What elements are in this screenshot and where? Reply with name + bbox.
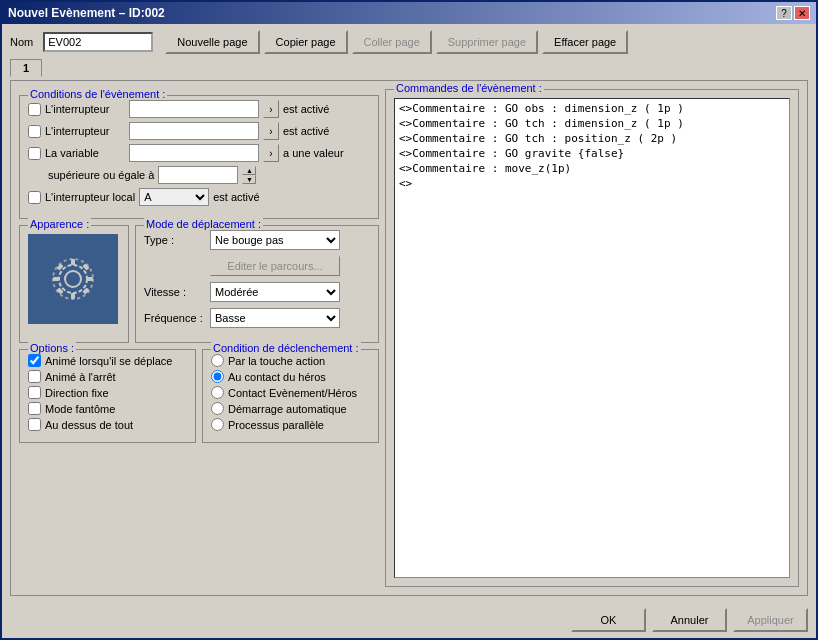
radio-row-1: Par la touche action bbox=[211, 354, 370, 367]
option-row-3: Direction fixe bbox=[28, 386, 187, 399]
apparence-group: Apparence : bbox=[19, 225, 129, 343]
interrupteur2-btn[interactable]: › bbox=[263, 122, 279, 140]
commands-title: Commandes de l'évènement : bbox=[394, 82, 544, 94]
svg-rect-6 bbox=[87, 277, 93, 281]
declenchement-group: Condition de déclenchement : Par la touc… bbox=[202, 349, 379, 443]
radio-row-5: Processus parallèle bbox=[211, 418, 370, 431]
appliquer-button[interactable]: Appliquer bbox=[733, 608, 808, 632]
nouvelle-page-button[interactable]: Nouvelle page bbox=[165, 30, 259, 54]
commands-group: Commandes de l'évènement : <>Commentaire… bbox=[385, 89, 799, 587]
title-bar: Nouvel Evènement – ID:002 ? ✕ bbox=[2, 2, 816, 24]
svg-point-1 bbox=[59, 265, 87, 293]
processus-parallele-label: Processus parallèle bbox=[228, 419, 324, 431]
direction-fixe-checkbox[interactable] bbox=[28, 386, 41, 399]
option-row-2: Animé à l'arrêt bbox=[28, 370, 187, 383]
local-checkbox[interactable] bbox=[28, 191, 41, 204]
type-select[interactable]: Ne bouge pas Aléatoire Vers le héros Par… bbox=[210, 230, 340, 250]
condition-row-3: La variable › a une valeur bbox=[28, 144, 370, 162]
sub-condition-row: supérieure ou égale à ▲ ▼ bbox=[28, 166, 370, 184]
variable-input[interactable] bbox=[129, 144, 259, 162]
supprimer-page-button[interactable]: Supprimer page bbox=[436, 30, 538, 54]
anime-deplacement-checkbox[interactable] bbox=[28, 354, 41, 367]
superieure-input[interactable] bbox=[158, 166, 238, 184]
interrupteur2-checkbox[interactable] bbox=[28, 125, 41, 138]
variable-label: La variable bbox=[45, 147, 125, 159]
interrupteur2-suffix: est activé bbox=[283, 125, 329, 137]
deplacement-group: Mode de déplacement : Type : Ne bouge pa… bbox=[135, 225, 379, 343]
frequence-select[interactable]: Très basse Basse Normale Haute Très haut… bbox=[210, 308, 340, 328]
commands-list[interactable]: <>Commentaire : GO obs : dimension_z ( 1… bbox=[394, 98, 790, 578]
option-row-5: Au dessus de tout bbox=[28, 418, 187, 431]
gear-icon bbox=[48, 254, 98, 304]
ok-button[interactable]: OK bbox=[571, 608, 646, 632]
demarrage-auto-radio[interactable] bbox=[211, 402, 224, 415]
frequence-label: Fréquence : bbox=[144, 312, 204, 324]
options-group: Options : Animé lorsqu'il se déplace Ani… bbox=[19, 349, 196, 443]
radio-row-2: Au contact du héros bbox=[211, 370, 370, 383]
touche-action-label: Par la touche action bbox=[228, 355, 325, 367]
interrupteur1-input[interactable] bbox=[129, 100, 259, 118]
copier-page-button[interactable]: Copier page bbox=[264, 30, 348, 54]
spinner-down[interactable]: ▼ bbox=[242, 175, 256, 184]
command-item-1[interactable]: <>Commentaire : GO obs : dimension_z ( 1… bbox=[397, 101, 787, 116]
au-dessus-label: Au dessus de tout bbox=[45, 419, 133, 431]
tab-1[interactable]: 1 bbox=[10, 59, 42, 77]
spinner-buttons: ▲ ▼ bbox=[242, 166, 256, 184]
bottom-options-row: Options : Animé lorsqu'il se déplace Ani… bbox=[19, 349, 379, 443]
footer-buttons: OK Annuler Appliquer bbox=[2, 602, 816, 638]
vitesse-select[interactable]: Très lente Lente Modérée Rapide Très rap… bbox=[210, 282, 340, 302]
declenchement-title: Condition de déclenchement : bbox=[211, 342, 361, 354]
effacer-page-button[interactable]: Effacer page bbox=[542, 30, 628, 54]
svg-rect-3 bbox=[71, 259, 75, 265]
local-label: L'interrupteur local bbox=[45, 191, 135, 203]
spinner-up[interactable]: ▲ bbox=[242, 166, 256, 175]
apparence-title: Apparence : bbox=[28, 218, 91, 230]
nom-label: Nom bbox=[10, 36, 33, 48]
au-dessus-checkbox[interactable] bbox=[28, 418, 41, 431]
local-select[interactable]: A B C bbox=[139, 188, 209, 206]
radio-row-4: Démarrage automatique bbox=[211, 402, 370, 415]
frequence-row: Fréquence : Très basse Basse Normale Hau… bbox=[144, 308, 370, 328]
type-row: Type : Ne bouge pas Aléatoire Vers le hé… bbox=[144, 230, 370, 250]
svg-rect-8 bbox=[82, 263, 89, 270]
anime-deplacement-label: Animé lorsqu'il se déplace bbox=[45, 355, 172, 367]
local-suffix: est activé bbox=[213, 191, 259, 203]
touche-action-radio[interactable] bbox=[211, 354, 224, 367]
contact-heros-label: Au contact du héros bbox=[228, 371, 326, 383]
left-panel: Conditions de l'évènement : L'interrupte… bbox=[19, 89, 379, 587]
conditions-group: Conditions de l'évènement : L'interrupte… bbox=[19, 95, 379, 219]
svg-rect-7 bbox=[56, 263, 63, 270]
contact-heros-radio[interactable] bbox=[211, 370, 224, 383]
anime-arret-checkbox[interactable] bbox=[28, 370, 41, 383]
command-item-5[interactable]: <>Commentaire : move_z(1p) bbox=[397, 161, 787, 176]
interrupteur1-checkbox[interactable] bbox=[28, 103, 41, 116]
processus-parallele-radio[interactable] bbox=[211, 418, 224, 431]
close-button[interactable]: ✕ bbox=[794, 6, 810, 20]
content-area: Nom Nouvelle page Copier page Coller pag… bbox=[2, 24, 816, 602]
contact-evenement-radio[interactable] bbox=[211, 386, 224, 399]
top-row: Nom Nouvelle page Copier page Coller pag… bbox=[10, 30, 808, 54]
interrupteur2-input[interactable] bbox=[129, 122, 259, 140]
interrupteur1-suffix: est activé bbox=[283, 103, 329, 115]
mode-fantome-checkbox[interactable] bbox=[28, 402, 41, 415]
nom-input[interactable] bbox=[43, 32, 153, 52]
radio-row-3: Contact Evènement/Héros bbox=[211, 386, 370, 399]
variable-btn[interactable]: › bbox=[263, 144, 279, 162]
condition-row-1: L'interrupteur › est activé bbox=[28, 100, 370, 118]
variable-checkbox[interactable] bbox=[28, 147, 41, 160]
vitesse-row: Vitesse : Très lente Lente Modérée Rapid… bbox=[144, 282, 370, 302]
option-row-4: Mode fantôme bbox=[28, 402, 187, 415]
command-item-2[interactable]: <>Commentaire : GO tch : dimension_z ( 1… bbox=[397, 116, 787, 131]
condition-row-4: L'interrupteur local A B C est activé bbox=[28, 188, 370, 206]
command-item-6[interactable]: <> bbox=[397, 176, 787, 191]
command-item-3[interactable]: <>Commentaire : GO tch : position_z ( 2p… bbox=[397, 131, 787, 146]
coller-page-button[interactable]: Coller page bbox=[352, 30, 432, 54]
help-button[interactable]: ? bbox=[776, 6, 792, 20]
conditions-title: Conditions de l'évènement : bbox=[28, 88, 167, 100]
edit-parcours-button[interactable]: Editer le parcours... bbox=[210, 256, 340, 276]
interrupteur1-btn[interactable]: › bbox=[263, 100, 279, 118]
anime-arret-label: Animé à l'arrêt bbox=[45, 371, 116, 383]
annuler-button[interactable]: Annuler bbox=[652, 608, 727, 632]
direction-fixe-label: Direction fixe bbox=[45, 387, 109, 399]
command-item-4[interactable]: <>Commentaire : GO gravite {false} bbox=[397, 146, 787, 161]
